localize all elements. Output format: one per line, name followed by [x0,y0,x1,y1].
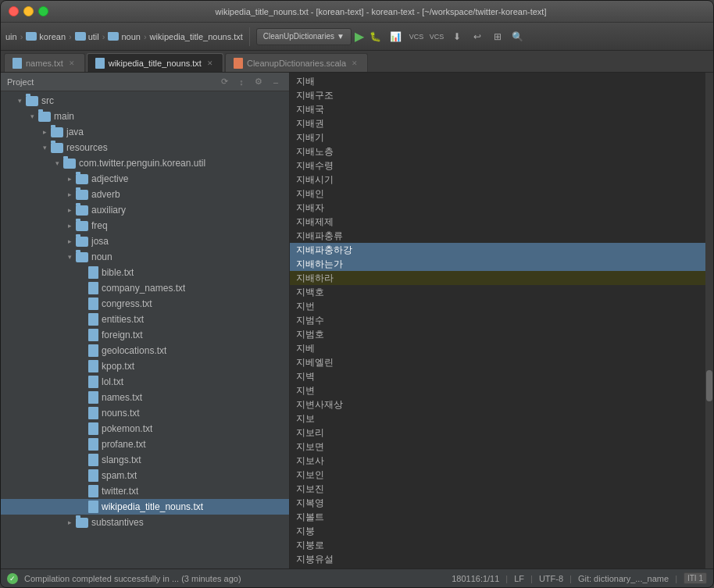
editor-line-11: 지배제제 [290,215,713,229]
editor-line-5: 지배기 [290,130,713,144]
tree-item-substantives[interactable]: ▸substantives [1,515,289,530]
scala-icon [234,58,243,69]
folder-icon-src [26,96,38,106]
tree-item-twitter.txt[interactable]: twitter.txt [1,483,289,499]
sync-icon[interactable]: ⟳ [217,75,231,89]
tab-names[interactable]: names.txt ✕ [4,53,85,72]
toolbar: uin › korean › util › noun › wikipedia_t… [1,23,713,51]
editor-line-17: 지번 [290,299,713,313]
file-icon-names.txt [88,391,98,404]
gear-icon[interactable]: ⚙ [252,75,266,89]
tree-item-noun[interactable]: ▾noun [1,249,289,265]
editor-content[interactable]: 지배지배구조지배국지배권지배기지배노층지배수령지배시기지배인지배자지배제제지배파… [290,73,713,568]
folder-icon [108,32,119,41]
maximize-button[interactable] [38,6,48,16]
minimize-button[interactable] [23,6,34,16]
sidebar-header: Project ⟳ ↕ ⚙ – [1,73,289,91]
tree-item-java[interactable]: ▸java [1,124,289,140]
file-icon-bible.txt [88,266,98,279]
file-icon-twitter.txt [88,485,98,497]
close-button[interactable] [9,6,19,16]
tree-item-bible.txt[interactable]: bible.txt [1,265,289,280]
tree-item-main[interactable]: ▾main [1,109,289,124]
tree-item-company_names.txt[interactable]: company_names.txt [1,280,289,296]
tab-close-cleanup[interactable]: ✕ [350,59,359,68]
tree-item-slangs.txt[interactable]: slangs.txt [1,452,289,468]
folder-arrow-com.twitter.penguin.korean.util: ▾ [51,159,63,167]
editor-line-14: 지배하는가 [290,257,713,271]
tab-close-names[interactable]: ✕ [67,59,77,68]
run-button[interactable]: ▶ [355,29,364,44]
undo-button[interactable]: ↩ [469,28,486,45]
editor-line-25: 지보 [290,412,713,426]
tab-close-wikipedia[interactable]: ✕ [205,59,215,68]
tab-cleanup[interactable]: CleanupDictionaries.scala ✕ [225,53,368,72]
editor-line-13: 지배파충하강 [290,243,713,257]
tree-item-adverb[interactable]: ▸adverb [1,187,289,202]
tree-label-kpop.txt: kpop.txt [102,361,134,372]
tree-item-profane.txt[interactable]: profane.txt [1,437,289,452]
folder-icon-resources [51,143,63,153]
tree-item-freq[interactable]: ▸freq [1,218,289,233]
tree-item-foreign.txt[interactable]: foreign.txt [1,327,289,343]
tree-item-pokemon.txt[interactable]: pokemon.txt [1,421,289,437]
vcs-button2[interactable]: VCS [428,28,445,45]
editor-line-20: 지베 [290,341,713,355]
tree-item-kpop.txt[interactable]: kpop.txt [1,358,289,374]
folder-icon-java [51,127,63,137]
tree-label-noun: noun [91,251,112,262]
folder-icon [26,32,37,41]
tree-label-twitter.txt: twitter.txt [102,486,138,497]
main-content: Project ⟳ ↕ ⚙ – ▾src▾main▸java▾resources… [1,73,713,568]
tree-item-auxiliary[interactable]: ▸auxiliary [1,202,289,218]
collapse-icon[interactable]: ↕ [234,75,248,89]
debug-button[interactable]: 🐛 [367,28,384,45]
status-icon: ✓ [7,573,18,584]
folder-icon-com.twitter.penguin.korean.util [63,159,76,169]
tree-item-entities.txt[interactable]: entities.txt [1,312,289,327]
folder-icon-substantives [76,518,88,528]
project-label: Project [7,77,34,87]
sidebar-header-icons: ⟳ ↕ ⚙ – [217,75,283,89]
tree-item-com.twitter.penguin.korean.util[interactable]: ▾com.twitter.penguin.korean.util [1,155,289,171]
vcs-button1[interactable]: VCS [408,28,425,45]
editor-line-15: 지배하라 [290,271,713,285]
folder-arrow-josa: ▸ [63,237,76,245]
tab-wikipedia[interactable]: wikipedia_title_nouns.txt ✕ [87,53,223,72]
charset-indicator: UTF-8 [539,574,563,583]
breadcrumb-korean: korean [26,32,66,41]
update-button[interactable]: ⬇ [448,28,466,45]
editor-line-4: 지배권 [290,116,713,130]
tree-item-spam.txt[interactable]: spam.txt [1,468,289,483]
tree-label-slangs.txt: slangs.txt [102,454,141,465]
scrollbar-track[interactable] [705,73,713,568]
folder-arrow-substantives: ▸ [63,519,76,526]
status-bar: ✓ Compilation completed successfully in … [1,568,713,587]
folder-icon-auxiliary [76,205,88,216]
tree-item-adjective[interactable]: ▸adjective [1,171,289,187]
editor-line-26: 지보리 [290,426,713,440]
settings-icon[interactable]: – [269,75,283,89]
file-icon-wikipedia_title_nouns.txt [88,501,98,513]
folder-icon [75,32,86,41]
tree-label-geolocations.txt: geolocations.txt [102,345,166,356]
git-branch: Git: dictionary_..._name [578,574,669,583]
scrollbar-thumb[interactable] [706,370,712,401]
tree-label-wikipedia_title_nouns.txt: wikipedia_title_nouns.txt [102,501,203,512]
coverage-button[interactable]: 📊 [387,28,405,45]
folder-arrow-adjective: ▸ [63,175,76,183]
tree-item-josa[interactable]: ▸josa [1,233,289,249]
tree-item-wikipedia_title_nouns.txt[interactable]: wikipedia_title_nouns.txt [1,499,289,515]
tree-item-lol.txt[interactable]: lol.txt [1,374,289,390]
tree-item-congress.txt[interactable]: congress.txt [1,296,289,312]
tree-item-nouns.txt[interactable]: nouns.txt [1,405,289,421]
run-config-dropdown[interactable]: CleanUpDictionaries ▼ [256,28,352,45]
tree-label-src: src [41,95,54,106]
tree-item-src[interactable]: ▾src [1,93,289,109]
tree-item-names.txt[interactable]: names.txt [1,390,289,405]
layout-button[interactable]: ⊞ [489,28,506,45]
tree-item-geolocations.txt[interactable]: geolocations.txt [1,343,289,358]
search-button[interactable]: 🔍 [509,28,527,45]
tree-label-pokemon.txt: pokemon.txt [102,423,152,434]
tree-item-resources[interactable]: ▾resources [1,140,289,155]
